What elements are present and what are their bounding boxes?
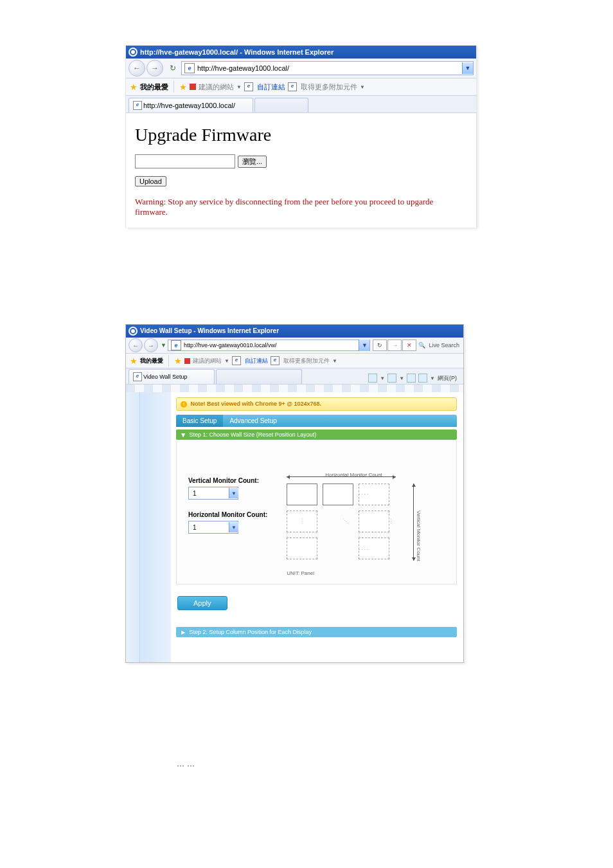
wall-diagram: Horizontal Monitor Count Vertical Monito… <box>287 472 415 575</box>
page-menu[interactable]: 網頁(P) <box>438 374 457 383</box>
note-bar: ! Note! Best viewed with Chrome 9+ @ 102… <box>176 397 457 411</box>
search-provider-icon: 🔍 <box>417 342 427 348</box>
new-tab-button[interactable] <box>254 98 308 113</box>
dots-col-right: ··· <box>388 518 394 525</box>
window-title: http://hve-gateway1000.local/ - Windows … <box>140 46 333 59</box>
tab-row-2: e Video Wall Setup ▼ ▼ ▼ 網頁(P) <box>126 368 463 384</box>
fav-more-addons[interactable]: 取得更多附加元件 <box>301 82 357 92</box>
fav-custom-links[interactable]: 自訂連結 <box>257 82 285 92</box>
diagram-h-label: Horizontal Monitor Count <box>325 472 382 478</box>
warning-text: Warning: Stop any service by disconnecti… <box>135 197 467 217</box>
favorites-bar-2: ★ 我的最愛 ★ 建議的網站 ▼ e 自訂連結 e 取得更多附加元件 ▼ <box>126 354 463 368</box>
nav-right-controls: ↻ → ✕ 🔍 Live Search <box>373 339 461 351</box>
dropdown-icon[interactable]: ▼ <box>161 342 166 348</box>
chevron-down-icon-2: ▼ <box>360 84 365 90</box>
count-inputs-column: Vertical Monitor Count: 1 ▼ Horizontal M… <box>188 472 267 575</box>
back-button-2[interactable]: ← <box>129 338 143 352</box>
vertical-count-value: 1 <box>193 490 197 497</box>
select-dropdown-icon: ▼ <box>229 488 238 498</box>
forward-button-2[interactable]: → <box>144 338 158 352</box>
chev: ▼ <box>430 375 435 381</box>
favorites-label-2: 我的最愛 <box>140 357 163 365</box>
favorites-bar-1: ★ 我的最愛 ★ 建議的網站 ▼ e 自訂連結 e 取得更多附加元件 ▼ <box>126 78 476 96</box>
chev: ▼ <box>399 375 404 381</box>
page-icon: e <box>184 63 195 73</box>
window-title-2: Video Wall Setup - Windows Internet Expl… <box>140 325 279 338</box>
fav-custom-2[interactable]: 自訂連結 <box>245 357 268 365</box>
tab-title-2: Video Wall Setup <box>143 374 188 380</box>
fav-more-2[interactable]: 取得更多附加元件 <box>283 357 330 365</box>
step2-header[interactable]: ▶ Step 2: Setup Column Position for Each… <box>176 627 457 637</box>
favorites-label: 我的最愛 <box>140 82 168 92</box>
new-tab-button-2[interactable] <box>216 369 302 384</box>
expand-icon: ▶ <box>181 629 185 635</box>
browser-tab[interactable]: e http://hve-gateway1000.local/ <box>129 98 253 113</box>
upload-button[interactable]: Upload <box>135 176 166 186</box>
vertical-count-select[interactable]: 1 ▼ <box>188 487 238 500</box>
ie-mini-icon-3: e <box>232 356 241 365</box>
diagram-v-line <box>413 484 414 561</box>
ie-mini-icon: e <box>244 82 253 91</box>
toolbar-right: ▼ ▼ ▼ 網頁(P) <box>368 374 461 384</box>
horizontal-count-select[interactable]: 1 ▼ <box>188 521 238 534</box>
tab-basic-setup[interactable]: Basic Setup <box>176 415 223 427</box>
live-search-text[interactable]: Live Search <box>427 342 461 348</box>
file-input-row: 瀏覽... <box>135 154 467 168</box>
home-icon[interactable] <box>368 374 377 383</box>
panel <box>287 484 317 505</box>
left-sidebar <box>126 392 171 662</box>
select-dropdown-icon-2: ▼ <box>229 522 238 532</box>
apply-button[interactable]: Apply <box>177 596 227 610</box>
file-path-input[interactable] <box>135 154 235 168</box>
stop-box-icon[interactable]: ✕ <box>402 339 416 351</box>
address-bar-2[interactable]: e http://hve-vw-gateway0010.local/vw/ ▼ <box>168 339 371 351</box>
note-icon: ! <box>181 401 187 408</box>
horizontal-count-value: 1 <box>193 524 197 531</box>
bar-separator-2 <box>168 355 169 366</box>
browse-button[interactable]: 瀏覽... <box>238 156 267 168</box>
panel <box>359 511 389 532</box>
chevron-down-icon: ▼ <box>236 84 242 90</box>
unit-label: UNIT: Panel <box>287 570 314 576</box>
go-box-icon[interactable]: → <box>387 339 402 351</box>
browser-tab-2[interactable]: e Video Wall Setup <box>129 369 215 384</box>
bar-separator <box>173 81 174 93</box>
tab-advanced-setup[interactable]: Advanced Setup <box>223 415 283 427</box>
step1-title: Step 1: Choose Wall Size (Reset Position… <box>190 431 317 438</box>
note-text: Note! Best viewed with Chrome 9+ @ 1024x… <box>191 401 322 407</box>
step1-body: Vertical Monitor Count: 1 ▼ Horizontal M… <box>176 440 457 584</box>
ellipsis-text: …… <box>177 759 613 769</box>
star-icon[interactable]: ★ <box>130 82 138 92</box>
star-icon-4[interactable]: ★ <box>174 356 182 366</box>
setup-tabs: Basic Setup Advanced Setup <box>176 415 457 427</box>
page-body-2: ! Note! Best viewed with Chrome 9+ @ 102… <box>126 384 463 662</box>
star-icon-3[interactable]: ★ <box>130 356 138 366</box>
diagram-v-label: Vertical Monitor Count <box>416 511 422 561</box>
chev: ▼ <box>380 375 385 381</box>
forward-button[interactable]: → <box>147 60 163 77</box>
chevron-down-icon-3: ▼ <box>224 358 229 364</box>
page-body-1: Upgrade Firmware 瀏覽... Upload Warning: S… <box>126 113 476 228</box>
horizontal-count-label: Horizontal Monitor Count: <box>188 511 267 518</box>
ie-mini-icon-4: e <box>271 356 280 365</box>
fav-suggested-2[interactable]: 建議的網站 <box>193 357 222 365</box>
ie-mini-icon-2: e <box>288 82 297 91</box>
nav-row-1: ← → ↻ e http://hve-gateway1000.local/ ▼ <box>126 59 476 78</box>
tab-ie-icon-2: e <box>133 372 142 381</box>
address-dropdown-icon-2[interactable]: ▼ <box>359 339 369 351</box>
back-button[interactable]: ← <box>129 60 145 77</box>
fav-suggested-sites[interactable]: 建議的網站 <box>199 82 234 92</box>
address-bar[interactable]: e http://hve-gateway1000.local/ ▼ <box>181 61 474 75</box>
print-icon[interactable] <box>418 374 427 383</box>
step1-header[interactable]: ▶ Step 1: Choose Wall Size (Reset Positi… <box>176 429 457 440</box>
tab-title: http://hve-gateway1000.local/ <box>143 102 235 109</box>
refresh-box-icon[interactable]: ↻ <box>373 339 387 351</box>
star-icon-2[interactable]: ★ <box>179 82 187 92</box>
address-dropdown-icon[interactable]: ▼ <box>462 62 473 74</box>
refresh-icon[interactable]: ↻ <box>167 62 179 74</box>
feed-icon[interactable] <box>387 374 396 383</box>
decorative-stripe <box>126 384 463 392</box>
mail-icon[interactable] <box>407 374 416 383</box>
ie-icon <box>129 48 138 57</box>
page-heading: Upgrade Firmware <box>135 125 467 145</box>
